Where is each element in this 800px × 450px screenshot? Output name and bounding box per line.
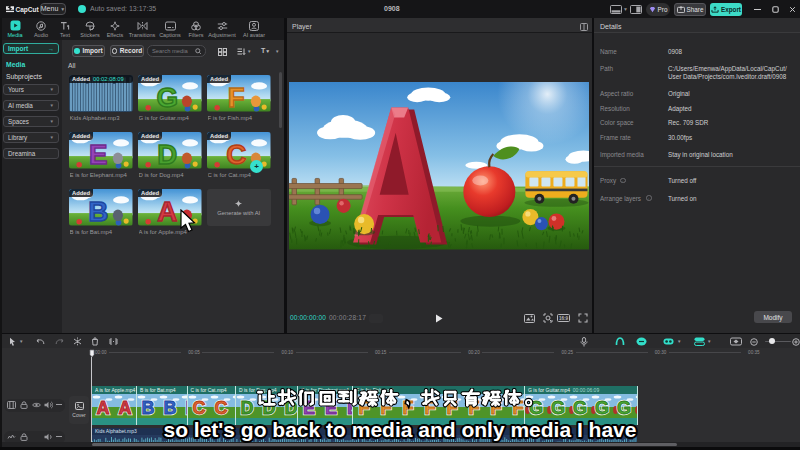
svg-text:A: A (97, 398, 110, 418)
svg-text:E: E (89, 139, 108, 168)
svg-text:D: D (157, 139, 177, 168)
svg-text:C: C (226, 139, 246, 168)
svg-text:F: F (228, 82, 245, 111)
svg-text:B: B (88, 196, 108, 225)
svg-text:so let's go back to media and: so let's go back to media and only media… (164, 418, 637, 441)
svg-text:G: G (156, 82, 178, 111)
svg-text:A: A (119, 398, 132, 418)
svg-text:A: A (157, 196, 177, 225)
